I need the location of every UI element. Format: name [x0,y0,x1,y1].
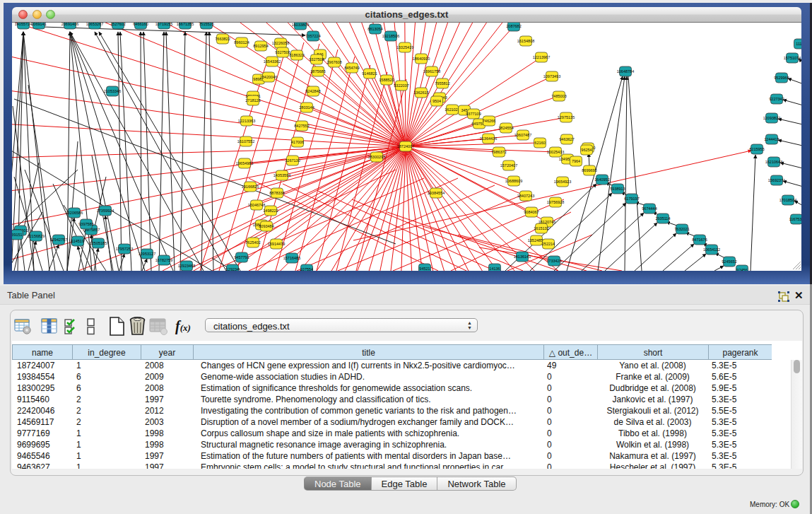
svg-text:2087682: 2087682 [506,24,521,28]
svg-text:7485003: 7485003 [551,94,566,98]
svg-text:9327508: 9327508 [309,57,324,62]
svg-text:19218506: 19218506 [382,34,399,38]
svg-text:14136: 14136 [489,267,500,271]
svg-text:9084067: 9084067 [524,210,539,214]
svg-text:12923468: 12923468 [178,264,195,268]
svg-text:17018504: 17018504 [779,198,796,202]
svg-text:3875685: 3875685 [310,69,325,74]
svg-text:10719155: 10719155 [155,23,172,26]
svg-text:18724007: 18724007 [397,144,414,148]
svg-text:16210643: 16210643 [765,160,782,164]
svg-text:9146821: 9146821 [362,71,377,76]
svg-text:19654983: 19654983 [236,161,253,165]
svg-text:1621022: 1621022 [445,107,459,112]
svg-text:20206586: 20206586 [66,211,83,215]
svg-text:1615132: 1615132 [534,226,548,230]
svg-text:14353594: 14353594 [273,173,290,177]
svg-text:417006: 417006 [291,140,304,144]
svg-text:12505185: 12505185 [90,241,107,245]
svg-text:17957253: 17957253 [116,247,133,251]
svg-text:12942757: 12942757 [50,238,67,242]
svg-text:16154808: 16154808 [517,39,534,43]
svg-text:62160: 62160 [534,141,545,145]
svg-text:252214: 252214 [542,242,555,246]
svg-text:10973493: 10973493 [543,74,560,78]
svg-text:9377109: 9377109 [466,112,481,116]
svg-text:17359924: 17359924 [97,209,114,213]
svg-text:114519: 114519 [71,239,84,243]
svg-text:19166825: 19166825 [242,185,259,189]
svg-text:3824554: 3824554 [498,126,513,130]
svg-text:15046748: 15046748 [248,203,265,207]
svg-text:16914479: 16914479 [268,242,285,246]
svg-text:9529966: 9529966 [774,76,789,80]
svg-text:9227342: 9227342 [769,97,784,101]
svg-text:10025433: 10025433 [547,150,564,154]
svg-text:129234: 129234 [226,267,239,271]
svg-text:18407243: 18407243 [517,194,534,198]
svg-text:8912954: 8912954 [253,44,268,48]
svg-text:7515526: 7515526 [199,23,213,26]
svg-text:10607487: 10607487 [514,133,531,137]
svg-text:15720407: 15720407 [500,163,517,168]
svg-text:2803144: 2803144 [299,105,314,110]
svg-text:9327506: 9327506 [275,50,290,54]
svg-text:5322037: 5322037 [394,83,408,88]
svg-text:19654923: 19654923 [554,180,571,184]
svg-text:7357224: 7357224 [305,34,320,38]
svg-text:1362615: 1362615 [413,90,428,95]
svg-text:107554: 107554 [300,267,313,271]
svg-text:8699695: 8699695 [582,168,596,173]
svg-text:8454749: 8454749 [344,66,359,70]
svg-text:92456: 92456 [736,268,747,271]
svg-text:2935114: 2935114 [655,216,670,221]
svg-text:2718126: 2718126 [245,98,260,103]
svg-text:10648784: 10648784 [617,69,634,74]
svg-text:12213967: 12213967 [533,55,550,59]
svg-text:7663822: 7663822 [215,37,230,41]
svg-text:1112: 1112 [796,42,801,46]
svg-text:10654112: 10654112 [703,247,720,252]
svg-text:12156829: 12156829 [28,234,45,238]
svg-text:12975135: 12975135 [558,115,575,119]
svg-text:746266: 746266 [483,119,495,123]
svg-text:9463627: 9463627 [559,137,574,141]
svg-text:1527602: 1527602 [110,23,125,26]
svg-text:23420046: 23420046 [260,75,277,79]
svg-text:10953127: 10953127 [139,252,155,256]
svg-text:1640952: 1640952 [594,177,609,182]
svg-text:13226058: 13226058 [272,41,289,45]
svg-text:21364436: 21364436 [480,136,497,141]
svg-text:16543362: 16543362 [264,59,281,64]
svg-text:1167534: 1167534 [789,217,801,221]
svg-text:16671355: 16671355 [177,23,194,26]
svg-text:12213363: 12213363 [238,119,255,123]
svg-text:9674444: 9674444 [642,206,657,211]
svg-text:7955812: 7955812 [435,81,449,86]
svg-text:18300295: 18300295 [368,155,385,159]
svg-text:9245652: 9245652 [722,259,736,264]
svg-text:14136141: 14136141 [514,255,531,259]
svg-text:8427552: 8427552 [294,124,309,128]
svg-text:2069141: 2069141 [31,23,46,26]
svg-text:14055724: 14055724 [15,23,32,26]
svg-text:39151: 39151 [12,233,23,237]
svg-text:16033809: 16033809 [292,23,309,27]
svg-text:19756928: 19756928 [547,200,564,204]
svg-text:8878334: 8878334 [269,191,284,195]
svg-text:16961758: 16961758 [423,69,440,74]
svg-text:1733426: 1733426 [546,259,561,263]
svg-text:16782759: 16782759 [155,258,172,262]
svg-text:1498222: 1498222 [263,209,278,213]
svg-text:9457791: 9457791 [234,255,249,259]
svg-text:19384554: 19384554 [428,191,445,195]
svg-text:7964: 7964 [572,159,580,163]
svg-text:12093822: 12093822 [763,116,780,120]
svg-text:6466160: 6466160 [133,23,148,26]
svg-text:20691406: 20691406 [61,23,78,26]
svg-text:8186323: 8186323 [289,53,304,57]
svg-text:21053346: 21053346 [104,89,121,93]
svg-text:10688609: 10688609 [505,179,522,183]
svg-text:6179197: 6179197 [624,197,639,201]
svg-text:18640910: 18640910 [413,57,430,61]
